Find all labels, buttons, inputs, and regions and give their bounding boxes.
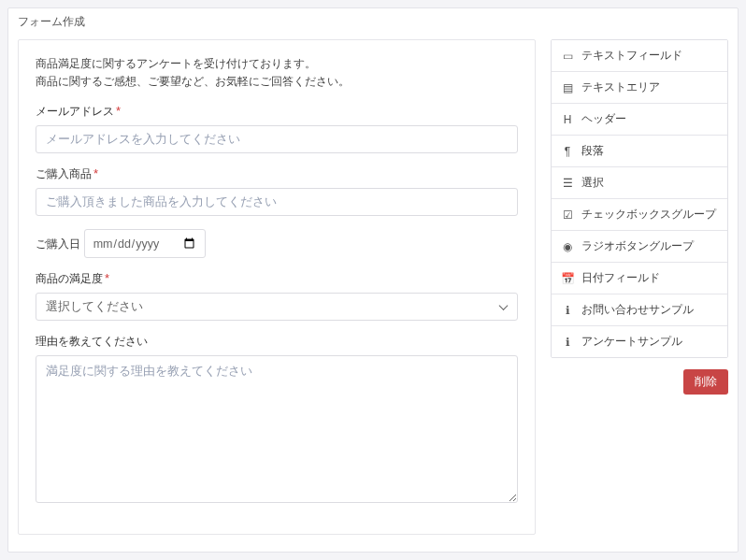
email-input[interactable]	[36, 125, 518, 153]
field-product: ご購入商品*	[36, 166, 518, 216]
tool-item-label: テキストエリア	[581, 79, 660, 95]
date-input[interactable]	[84, 229, 206, 258]
select-icon: ☰	[561, 177, 574, 190]
tool-list: ▭テキストフィールド▤テキストエリアHヘッダー¶段落☰選択☑チェックボックスグル…	[551, 39, 728, 358]
tool-item-7[interactable]: 📅日付フィールド	[552, 263, 727, 294]
intro-line-1: 商品満足度に関するアンケートを受け付けております。	[36, 55, 518, 73]
product-label: ご購入商品	[36, 166, 92, 182]
form-preview: 商品満足度に関するアンケートを受け付けております。 商品に関するご感想、ご要望な…	[18, 39, 536, 535]
tool-item-label: 段落	[581, 143, 604, 159]
tool-item-5[interactable]: ☑チェックボックスグループ	[552, 199, 727, 231]
intro-text: 商品満足度に関するアンケートを受け付けております。 商品に関するご感想、ご要望な…	[36, 55, 518, 91]
tool-item-4[interactable]: ☰選択	[552, 167, 727, 199]
tool-item-1[interactable]: ▤テキストエリア	[552, 72, 727, 104]
delete-button[interactable]: 削除	[683, 369, 728, 395]
tool-item-9[interactable]: ℹアンケートサンプル	[552, 326, 727, 357]
tool-item-label: アンケートサンプル	[581, 334, 682, 350]
email-label: メールアドレス	[36, 104, 114, 120]
field-rating: 商品の満足度* 選択してください	[36, 271, 518, 321]
radio-icon: ◉	[561, 240, 574, 253]
tool-item-label: チェックボックスグループ	[581, 207, 716, 223]
checkbox-icon: ☑	[561, 208, 574, 222]
tool-item-label: ラジオボタングループ	[581, 238, 694, 254]
reason-label: 理由を教えてください	[36, 334, 148, 350]
date-icon: 📅	[561, 272, 574, 285]
tool-item-3[interactable]: ¶段落	[552, 136, 727, 167]
tool-item-label: 選択	[581, 175, 604, 191]
text-field-icon: ▭	[561, 50, 574, 63]
required-mark: *	[116, 104, 121, 118]
tool-item-label: ヘッダー	[581, 111, 626, 127]
rating-select[interactable]: 選択してください	[36, 293, 518, 321]
field-email: メールアドレス*	[36, 104, 518, 153]
tool-item-label: テキストフィールド	[581, 48, 682, 64]
tool-item-2[interactable]: Hヘッダー	[552, 104, 727, 136]
header-icon: H	[561, 113, 574, 126]
date-label: ご購入日	[36, 237, 80, 252]
info-icon: ℹ	[561, 304, 574, 317]
required-mark: *	[93, 166, 98, 180]
tool-item-8[interactable]: ℹお問い合わせサンプル	[552, 294, 727, 326]
panel-title: フォーム作成	[8, 8, 738, 39]
intro-line-2: 商品に関するご感想、ご要望など、お気軽にご回答ください。	[36, 73, 518, 91]
textarea-icon: ▤	[561, 81, 574, 94]
tool-item-label: お問い合わせサンプル	[581, 302, 694, 318]
product-input[interactable]	[36, 188, 518, 216]
info-icon: ℹ	[561, 336, 574, 349]
tool-sidebar: ▭テキストフィールド▤テキストエリアHヘッダー¶段落☰選択☑チェックボックスグル…	[551, 39, 728, 535]
reason-textarea[interactable]	[36, 355, 518, 503]
required-mark: *	[105, 271, 109, 285]
field-date: ご購入日	[36, 229, 518, 258]
tool-item-0[interactable]: ▭テキストフィールド	[552, 40, 727, 72]
tool-item-6[interactable]: ◉ラジオボタングループ	[552, 231, 727, 263]
paragraph-icon: ¶	[561, 145, 574, 158]
form-builder-panel: フォーム作成 商品満足度に関するアンケートを受け付けております。 商品に関するご…	[7, 7, 739, 553]
rating-label: 商品の満足度	[36, 271, 103, 287]
tool-item-label: 日付フィールド	[581, 270, 660, 286]
field-reason: 理由を教えてください	[36, 334, 518, 506]
